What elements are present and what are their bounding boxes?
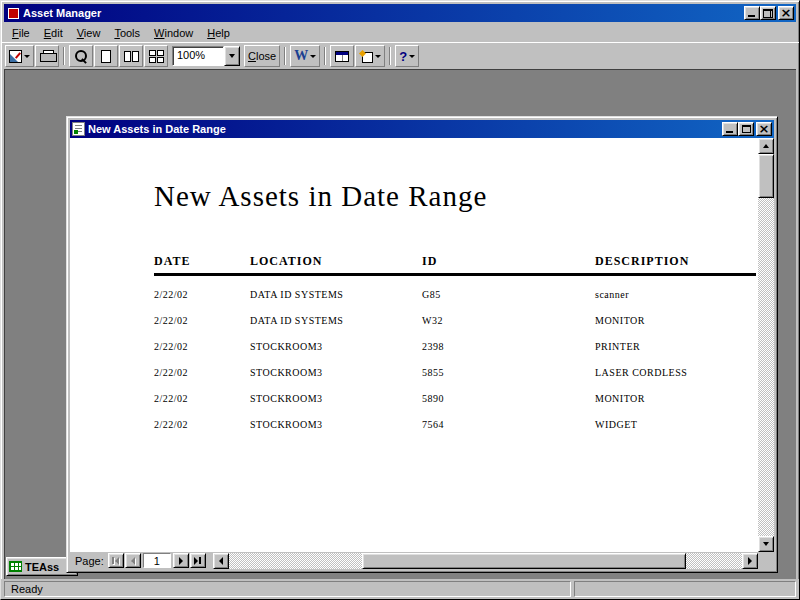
report-bottom-bar: Page: bbox=[70, 552, 774, 569]
help-icon: ? bbox=[399, 50, 407, 63]
two-pages-button[interactable] bbox=[119, 45, 143, 67]
new-object-icon bbox=[359, 50, 373, 63]
menu-file-label: F bbox=[12, 27, 19, 39]
menu-edit-label: E bbox=[44, 27, 51, 39]
minimize-icon bbox=[726, 131, 733, 133]
new-object-button[interactable] bbox=[355, 45, 385, 67]
maximize-icon bbox=[742, 125, 751, 133]
report-cell: 5855 bbox=[422, 367, 444, 378]
menu-edit[interactable]: Edit bbox=[37, 24, 70, 42]
two-pages-icon bbox=[124, 51, 139, 62]
arrow-right-icon bbox=[194, 557, 198, 565]
window-title: Asset Manager bbox=[23, 7, 741, 19]
report-icon bbox=[72, 122, 85, 136]
vertical-scroll-thumb[interactable] bbox=[758, 154, 774, 198]
table-row: 2/22/02STOCKROOM32398PRINTER bbox=[154, 333, 756, 359]
toolbar-separator bbox=[389, 47, 391, 65]
status-text: Ready bbox=[11, 583, 43, 595]
scroll-down-button[interactable] bbox=[758, 536, 774, 552]
menu-view[interactable]: View bbox=[70, 24, 108, 42]
minimize-button[interactable] bbox=[744, 6, 760, 20]
scroll-up-button[interactable] bbox=[758, 138, 774, 154]
close-icon: × bbox=[781, 6, 792, 19]
first-page-icon bbox=[112, 557, 114, 564]
menu-view-label: V bbox=[77, 27, 84, 39]
report-cell: 2398 bbox=[422, 341, 444, 352]
report-cell: 2/22/02 bbox=[154, 315, 188, 326]
report-view-button[interactable] bbox=[5, 45, 34, 67]
arrow-down-icon bbox=[763, 542, 769, 546]
zoom-dropdown-button[interactable] bbox=[224, 46, 240, 66]
report-cell: MONITOR bbox=[595, 315, 645, 326]
next-page-button[interactable] bbox=[173, 553, 189, 568]
report-cell: 2/22/02 bbox=[154, 419, 188, 430]
restore-button[interactable] bbox=[760, 6, 776, 20]
one-page-button[interactable] bbox=[94, 45, 118, 67]
horizontal-scrollbar[interactable] bbox=[213, 553, 758, 569]
report-minimize-button[interactable] bbox=[722, 122, 738, 136]
report-header-row: DATE LOCATION ID DESCRIPTION bbox=[154, 254, 756, 270]
report-cell: MONITOR bbox=[595, 393, 645, 404]
print-button[interactable] bbox=[35, 45, 59, 67]
close-label-key: C bbox=[248, 50, 256, 62]
menu-help-label: H bbox=[207, 27, 215, 39]
report-title: New Assets in Date Range bbox=[154, 180, 487, 213]
arrow-left-icon bbox=[115, 557, 119, 565]
report-maximize-button[interactable] bbox=[738, 122, 754, 136]
database-window-button[interactable] bbox=[330, 45, 354, 67]
mdi-area: TEAss New Assets in Date Range × New Ass… bbox=[4, 69, 796, 579]
help-button[interactable]: ? bbox=[395, 45, 419, 67]
scroll-left-button[interactable] bbox=[213, 553, 229, 569]
report-close-button[interactable]: × bbox=[756, 122, 772, 136]
report-cell: WIDGET bbox=[595, 419, 637, 430]
menu-edit-label-rest: dit bbox=[51, 27, 63, 39]
main-title-bar[interactable]: Asset Manager × bbox=[4, 4, 796, 22]
arrow-up-icon bbox=[763, 144, 769, 148]
previous-page-button[interactable] bbox=[125, 553, 141, 568]
page-navigation: Page: bbox=[70, 553, 209, 568]
report-cell: 2/22/02 bbox=[154, 341, 188, 352]
menu-window[interactable]: Window bbox=[147, 24, 200, 42]
menu-file[interactable]: File bbox=[5, 24, 37, 42]
zoom-combobox: 100% bbox=[172, 46, 240, 66]
first-page-button[interactable] bbox=[108, 553, 124, 568]
officelinks-word-button[interactable]: W bbox=[290, 45, 320, 67]
report-window: New Assets in Date Range × New Assets in… bbox=[66, 116, 778, 573]
report-window-title-bar[interactable]: New Assets in Date Range × bbox=[70, 120, 774, 138]
report-rows: 2/22/02DATA ID SYSTEMSG85scanner2/22/02D… bbox=[154, 281, 756, 437]
menu-view-label-rest: iew bbox=[84, 27, 101, 39]
status-bar: Ready bbox=[1, 579, 799, 599]
report-cell: 2/22/02 bbox=[154, 367, 188, 378]
close-button[interactable]: × bbox=[778, 6, 794, 20]
table-row: 2/22/02STOCKROOM37564WIDGET bbox=[154, 411, 756, 437]
scroll-right-button[interactable] bbox=[742, 553, 758, 569]
menu-help[interactable]: Help bbox=[200, 24, 237, 42]
menu-tools[interactable]: Tools bbox=[107, 24, 147, 42]
page-number-input[interactable] bbox=[143, 553, 171, 568]
table-row: 2/22/02DATA ID SYSTEMSW32MONITOR bbox=[154, 307, 756, 333]
window-controls: × bbox=[744, 6, 794, 20]
zoom-button[interactable] bbox=[69, 45, 93, 67]
app-icon bbox=[6, 6, 20, 20]
close-icon: × bbox=[759, 122, 770, 135]
report-cell: DATA ID SYSTEMS bbox=[250, 315, 343, 326]
report-cell: STOCKROOM3 bbox=[250, 419, 323, 430]
report-cell: 7564 bbox=[422, 419, 444, 430]
zoom-level-value[interactable]: 100% bbox=[172, 46, 224, 66]
last-page-icon bbox=[199, 557, 201, 564]
column-header: LOCATION bbox=[250, 254, 322, 269]
horizontal-scroll-track[interactable] bbox=[229, 553, 742, 569]
report-cell: W32 bbox=[422, 315, 443, 326]
report-cell: 2/22/02 bbox=[154, 289, 188, 300]
last-page-button[interactable] bbox=[190, 553, 206, 568]
database-window-icon bbox=[335, 51, 349, 62]
close-preview-button[interactable]: Close bbox=[244, 45, 280, 67]
multiple-pages-button[interactable] bbox=[144, 45, 168, 67]
report-cell: G85 bbox=[422, 289, 441, 300]
vertical-scroll-track[interactable] bbox=[758, 154, 774, 536]
table-row: 2/22/02STOCKROOM35890MONITOR bbox=[154, 385, 756, 411]
vertical-scrollbar[interactable] bbox=[758, 138, 774, 552]
column-header: ID bbox=[422, 254, 437, 269]
one-page-icon bbox=[101, 50, 111, 63]
horizontal-scroll-thumb[interactable] bbox=[362, 553, 685, 569]
